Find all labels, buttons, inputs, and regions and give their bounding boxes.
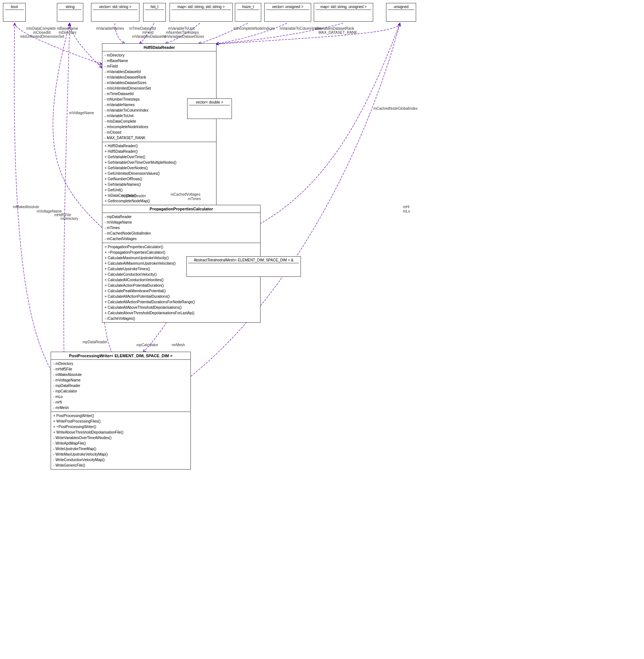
ppw-method-dtor: + ~PostProcessingWriter() (53, 424, 188, 430)
ppw-attr-mMakeAbsolute: - mMakeAbsolute (53, 372, 188, 377)
label-mBaseName: mBaseName (57, 26, 78, 30)
attr-mIsDataComplete: - mIsDataComplete (105, 119, 214, 124)
method-GetVariableNames: + GetVariableNames() (105, 182, 214, 187)
pc-attr-mpDataReader: - mpDataReader (105, 214, 258, 220)
label-mpCalculator-main: mpCalculator (137, 343, 158, 347)
propagation-calc-title: PropagationPropertiesCalculator (102, 205, 260, 213)
post-processing-writer-title: PostProcessingWriter< ELEMENT_DIM, SPACE… (51, 352, 190, 360)
type-body-hid-t (145, 10, 164, 21)
pc-method-CalcAllAboveThresholdDepol: + CalculateAllAboveThresholdDepolarisati… (105, 305, 258, 310)
propagation-calc-attrs: - mpDataReader - mVoltageName - mTimes -… (102, 213, 260, 243)
ppw-attr-mrMesh: - mrMesh (53, 405, 188, 410)
method-GetUnit: + GetUnit() (105, 187, 214, 193)
type-box-hid-t: hid_t (143, 3, 166, 22)
pc-method-CalcAllAPDsForNodeRange: + CalculateAllActionPotentialDurationsFo… (105, 299, 258, 305)
type-box-vector-string: vector< std::string > (91, 3, 139, 22)
pc-attr-mVoltageName: - mVoltageName (105, 220, 258, 225)
hdf5-data-reader-attrs: - mDirectory - mBaseName - mField - mVar… (102, 51, 216, 142)
ppw-method-ctor: + PostProcessingWriter() (53, 413, 188, 419)
type-name-map-string-string: map< std::string, std::string > (171, 4, 231, 10)
pc-method-CalcAllAPDs: + CalculateAllActionPotentialDurations() (105, 294, 258, 299)
type-box-vector-double: vector< double > (187, 98, 232, 119)
attr-mVariablesDatasetId: - mVariablesDatasetId (105, 69, 214, 75)
pc-method-CalcPeakMembranePotential: + CalculatePeakMembranePotential() (105, 288, 258, 294)
label-mVariableNames: mVariableNames (96, 26, 124, 30)
method-GetUnlimitedDimensionValues: + GetUnlimitedDimensionValues() (105, 171, 214, 176)
label-mIsDataComplete: mIsDataComplete (26, 26, 56, 30)
pc-method-CalcActionPotentialDuration: + CalculateActionPotentialDuration() (105, 283, 258, 288)
label-mrMesh: mrMesh (172, 343, 185, 347)
type-box-bool: bool (3, 3, 26, 22)
ppw-attr-mHdf5File: - mHdf5File (53, 366, 188, 372)
type-box-hsize-t: hsize_t (235, 3, 261, 22)
label-MAX-DATASET-RANK: MAX_DATASET_RANK (319, 30, 357, 35)
label-mLo: mLo (403, 209, 410, 213)
type-body-bool (5, 10, 24, 21)
method-GetNumberOfRows: + GetNumberOfRows() (105, 176, 214, 182)
attr-mTimeDatasetId: - mTimeDatasetId (105, 91, 214, 97)
label-mClosedId: mClosedId (33, 30, 51, 35)
propagation-calc-methods: + PropagationPropertiesCalculator() + ~P… (102, 243, 260, 322)
ppw-method-WriteVariablesOverTimeAtNodes: - WriteVariablesOverTimeAtNodes() (53, 435, 188, 441)
type-box-map-string-unsigned: map< std::string, unsigned > (314, 3, 373, 22)
ppw-method-WriteConductionVelocityMap: - WriteConductionVelocityMap() (53, 457, 188, 463)
ppw-attr-mLo: - mLo (53, 394, 188, 399)
label-mVariablesDatasetSizes: mVariablesDatasetSizes (164, 35, 204, 39)
pc-method-CalcAllConductionVelocities: + CalculateAllConductionVelocities() (105, 277, 258, 283)
ppw-attr-mDirectory: - mDirectory (53, 361, 188, 366)
post-processing-writer-box: PostProcessingWriter< ELEMENT_DIM, SPACE… (51, 352, 191, 470)
method-Hdf5DataReader2: + Hdf5DataReader() (105, 149, 214, 154)
attr-mIsUnlimitedDimensionSet: - mIsUnlimitedDimensionSet (105, 86, 214, 91)
label-mVoltageName-mid: mVoltageName (69, 111, 94, 115)
label-mTimeDatasetId: mTimeDatasetId (129, 26, 156, 30)
method-GetVariableOverTime: + GetVariableOverTime() (105, 154, 214, 160)
pc-attr-mCachedVoltages: - mCachedVoltages (105, 236, 258, 242)
type-name-vector-string: vector< std::string > (93, 4, 138, 10)
attr-mClosed: - mClosed (105, 130, 214, 135)
label-mVariablesDatasetRank: mVariablesDatasetRank (315, 26, 354, 30)
ppw-attr-mpCalculator: - mpCalculator (53, 388, 188, 394)
hdf5-data-reader-title: Hdf5DataReader (102, 44, 216, 51)
label-mCachedVoltages: mCachedVoltages (171, 192, 200, 196)
ppw-attrs: - mDirectory - mHdf5File - mMakeAbsolute… (51, 360, 190, 412)
type-body-vector-double (189, 105, 230, 118)
arrows-svg (0, 0, 644, 659)
type-body-map-string-string (171, 10, 231, 21)
label-mDirectory: mDirectory (59, 30, 76, 35)
type-body-vector-unsigned (266, 10, 309, 21)
type-box-string: string (57, 3, 83, 22)
diagram-container: bool string vector< std::string > hid_t … (0, 0, 644, 659)
type-body-unsigned (388, 10, 414, 21)
attr-mVariablesDatasetSizes: - mVariablesDatasetSizes (105, 80, 214, 86)
type-body-map-string-unsigned (316, 10, 371, 21)
ppw-method-WritePostProcessingFiles: + WritePostProcessingFiles() (53, 419, 188, 424)
label-mpDataReader-2: mpDataReader (83, 340, 108, 344)
attr-mDirectory: - mDirectory (105, 52, 214, 58)
label-mField: mField (142, 30, 153, 35)
type-name-hsize-t: hsize_t (237, 4, 259, 10)
label-mDirectory-low: mDirectory (61, 217, 78, 221)
pc-method-rCacheVoltages: - rCacheVoltages() (105, 316, 258, 321)
type-name-vector-double: vector< double > (189, 99, 230, 105)
method-Hdf5DataReader1: + Hdf5DataReader() (105, 143, 214, 149)
type-name-string: string (59, 4, 81, 10)
type-name-hid-t: hid_t (145, 4, 164, 10)
type-name-abstract-mesh: AbstractTetrahedralMesh< ELEMENT_DIM, SP… (188, 257, 299, 263)
attr-mVariablesDatasetRank: - mVariablesDatasetRank (105, 75, 214, 80)
label-mMakeAbsolute: mMakeAbsolute (13, 205, 39, 209)
type-body-vector-string (93, 10, 138, 21)
method-GetVariableOverTimeOverMultipleNodes: + GetVariableOverTimeOverMultipleNodes() (105, 160, 214, 165)
method-GetVariableOverNodes: + GetVariableOverNodes() (105, 165, 214, 171)
label-mVariableToUnit: mVariableToUnit (168, 26, 195, 30)
pc-method-dtor: + ~PropagationPropertiesCalculator() (105, 250, 258, 255)
ppw-method-WriteAboveThresholdDepolarisationFile: + WriteAboveThresholdDepolarisationFile(… (53, 430, 188, 435)
type-body-abstract-mesh (188, 263, 299, 276)
type-box-unsigned: unsigned (386, 3, 416, 22)
pc-attr-mTimes: - mTimes (105, 225, 258, 231)
label-mVariablesDatasetId: mVariablesDatasetId (132, 35, 166, 39)
type-box-map-string-string: map< std::string, std::string > (170, 3, 233, 22)
pc-attr-mCachedNodeGlobalIndex: - mCachedNodeGlobalIndex (105, 231, 258, 236)
label-mpDataReader-1: mpDataReader (121, 194, 146, 198)
ppw-attr-mHi: - mHi (53, 399, 188, 405)
type-box-vector-unsigned: vector< unsigned > (264, 3, 311, 22)
